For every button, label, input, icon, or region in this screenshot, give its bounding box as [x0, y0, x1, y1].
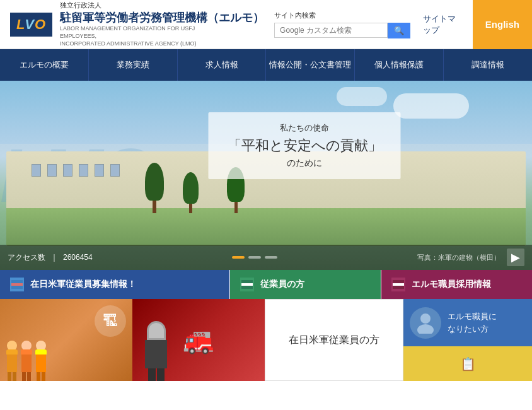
card-firefighter-img: 🚒	[132, 299, 265, 381]
search-input-row: 🔍	[274, 23, 410, 38]
card-right-top-label: エルモ職員に なりたい方	[448, 310, 497, 335]
hero-text-sub: 私たちの使命	[228, 122, 382, 134]
cloud-1	[393, 93, 469, 119]
hero-right-bottom: 写真：米軍の建物（横田） ▶	[417, 249, 524, 266]
logo: LVO	[10, 13, 52, 37]
cards-row: 🏗 🚒 在日米軍従業員の方	[0, 299, 532, 381]
sitemap-link[interactable]: サイトマップ	[423, 13, 463, 36]
card-right-bottom[interactable]: 📋	[403, 346, 532, 381]
search-label: サイト内検索	[274, 11, 316, 20]
construction-icon: 🏗	[95, 305, 126, 337]
org-name-en: LABOR MANAGEMENT ORGANIZATION FOR USFJ E…	[60, 25, 199, 47]
flag-icon-1	[10, 278, 24, 291]
info-sections: 在日米軍従業員募集情報！ 従業員の方 エルモ職員採用情報	[0, 270, 532, 299]
hero-dot-2[interactable]	[248, 256, 261, 259]
svg-point-8	[417, 324, 434, 334]
info-section-lmo-hiring[interactable]: エルモ職員採用情報	[381, 270, 532, 299]
cloud-2	[337, 87, 387, 106]
hero-bottom-bar: アクセス数 ｜ 2606454 写真：米軍の建物（横田） ▶	[0, 245, 532, 270]
avatar-icon	[410, 307, 441, 339]
hero-tree-2	[183, 172, 199, 213]
info-section-recruitment[interactable]: 在日米軍従業員募集情報！	[0, 270, 229, 299]
hero-text-for: のために	[228, 158, 382, 169]
flag-icon-2	[240, 278, 254, 291]
construction-people	[6, 341, 47, 381]
hero-tree-1	[145, 163, 164, 213]
org-name-area: 独立行政法人 駐留軍等労働者労務管理機構（エルモ） LABOR MANAGEME…	[60, 1, 264, 47]
hero-next-button[interactable]: ▶	[507, 249, 524, 266]
hero-photo-credit: 写真：米軍の建物（横田）	[417, 253, 500, 262]
nav-item-5[interactable]: 調達情報	[444, 49, 532, 81]
card-center-text: 在日米軍従業員の方	[289, 334, 379, 347]
hero-dot-1[interactable]	[232, 256, 245, 259]
hero-text-main: 「平和と安定への貢献」	[228, 136, 382, 155]
card-employees-link[interactable]: 在日米軍従業員の方	[265, 299, 403, 381]
org-name-prefix: 独立行政法人	[60, 1, 264, 10]
svg-rect-2	[11, 283, 23, 286]
nav-item-0[interactable]: エルモの概要	[0, 49, 89, 81]
org-name-main: 駐留軍等労働者労務管理機構（エルモ）	[60, 10, 264, 25]
svg-rect-4	[241, 283, 253, 286]
nav-item-2[interactable]: 求人情報	[178, 49, 267, 81]
hero-windows	[32, 164, 120, 177]
english-button[interactable]: English	[473, 0, 532, 49]
access-number: 2606454	[63, 253, 93, 262]
nav-item-4[interactable]: 個人情報保護	[355, 49, 444, 81]
svg-point-7	[420, 313, 431, 324]
firefighter-person	[145, 321, 167, 381]
header-right: サイト内検索 🔍 サイトマップ	[274, 11, 473, 38]
hero-access-count: アクセス数 ｜ 2606454	[8, 252, 93, 263]
search-button[interactable]: 🔍	[388, 23, 410, 38]
hero-section: LMO 私たちの使命 「平和と安	[0, 81, 532, 270]
card-lmo-join[interactable]: エルモ職員に なりたい方	[403, 299, 532, 346]
hero-dot-3[interactable]	[265, 256, 277, 259]
access-separator: ｜	[50, 252, 58, 263]
access-label: アクセス数	[8, 252, 45, 263]
search-area: サイト内検索 🔍	[274, 11, 410, 38]
hero-grass	[6, 208, 526, 246]
info-label-2: 従業員の方	[260, 279, 304, 290]
card-construction-img: 🏗	[0, 299, 132, 381]
info-label-1: 在日米軍従業員募集情報！	[30, 279, 136, 290]
logo-area: LVO 独立行政法人 駐留軍等労働者労務管理機構（エルモ） LABOR MANA…	[0, 0, 274, 53]
hero-dots	[232, 256, 277, 259]
info-section-employees[interactable]: 従業員の方	[230, 270, 381, 299]
main-nav: エルモの概要 業務実績 求人情報 情報公開・公文書管理 個人情報保護 調達情報	[0, 49, 532, 81]
info-label-3: エルモ職員採用情報	[412, 279, 491, 290]
search-input[interactable]	[274, 23, 388, 38]
yellow-bottom-icon: 📋	[460, 356, 476, 372]
svg-rect-6	[393, 283, 404, 286]
flag-icon-3	[391, 278, 405, 291]
header: LVO 独立行政法人 駐留軍等労働者労務管理機構（エルモ） LABOR MANA…	[0, 0, 532, 49]
card-right-column: エルモ職員に なりたい方 📋	[403, 299, 532, 381]
hero-text-box: 私たちの使命 「平和と安定への貢献」 のために	[209, 112, 401, 179]
nav-item-1[interactable]: 業務実績	[89, 49, 178, 81]
nav-item-3[interactable]: 情報公開・公文書管理	[266, 49, 355, 81]
